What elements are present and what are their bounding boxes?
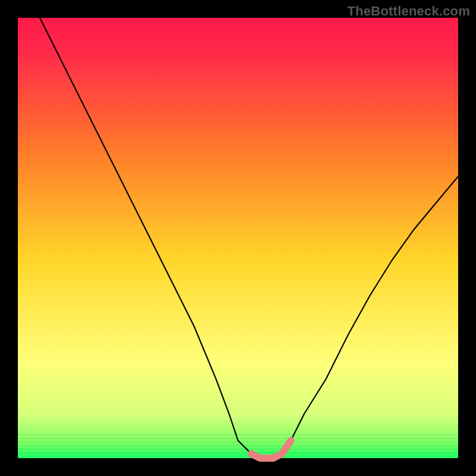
svg-rect-7 (18, 452, 458, 453)
bottleneck-chart (0, 0, 476, 476)
svg-rect-6 (18, 449, 458, 450)
svg-rect-2 (18, 434, 458, 436)
svg-point-10 (270, 455, 277, 462)
svg-point-12 (287, 437, 294, 444)
svg-rect-4 (18, 441, 458, 443)
watermark-text: TheBottleneck.com (347, 4, 470, 19)
svg-point-9 (257, 455, 264, 462)
chart-svg (0, 0, 476, 476)
svg-rect-1 (18, 18, 458, 458)
svg-point-11 (279, 450, 286, 457)
svg-rect-5 (18, 445, 458, 446)
svg-point-8 (248, 450, 255, 457)
